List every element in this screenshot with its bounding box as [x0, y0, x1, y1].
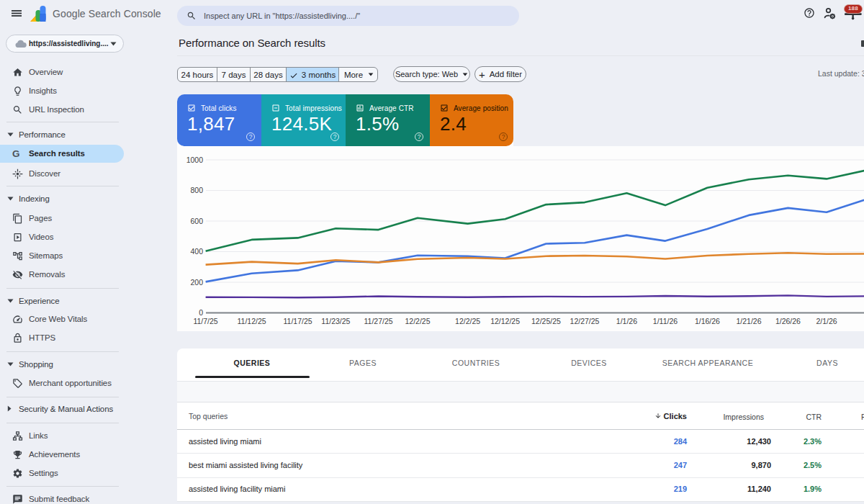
svg-text:600: 600 [190, 217, 203, 225]
svg-text:11/23/25: 11/23/25 [321, 317, 350, 325]
svg-text:1/1/26: 1/1/26 [616, 317, 637, 325]
svg-text:12/12/25: 12/12/25 [490, 317, 520, 325]
svg-text:200: 200 [190, 278, 203, 287]
svg-text:11/27/25: 11/27/25 [364, 317, 393, 325]
svg-text:12/27/25: 12/27/25 [570, 317, 600, 325]
svg-text:12/2/25: 12/2/25 [405, 317, 430, 325]
svg-text:11/17/25: 11/17/25 [284, 317, 312, 325]
svg-text:1/11/26: 1/11/26 [653, 317, 678, 325]
svg-text:12/25/25: 12/25/25 [531, 317, 561, 325]
svg-text:12/2/25: 12/2/25 [455, 317, 480, 325]
svg-text:1/21/26: 1/21/26 [736, 317, 761, 325]
svg-text:400: 400 [190, 247, 203, 256]
svg-text:1/26/26: 1/26/26 [775, 317, 801, 325]
svg-text:0: 0 [199, 308, 203, 317]
svg-text:2/1/26: 2/1/26 [816, 317, 837, 325]
svg-text:1000: 1000 [186, 156, 204, 164]
svg-text:11/7/25: 11/7/25 [193, 317, 217, 325]
svg-text:800: 800 [190, 186, 203, 194]
svg-text:11/12/25: 11/12/25 [238, 317, 266, 325]
svg-text:1/16/26: 1/16/26 [695, 317, 720, 325]
